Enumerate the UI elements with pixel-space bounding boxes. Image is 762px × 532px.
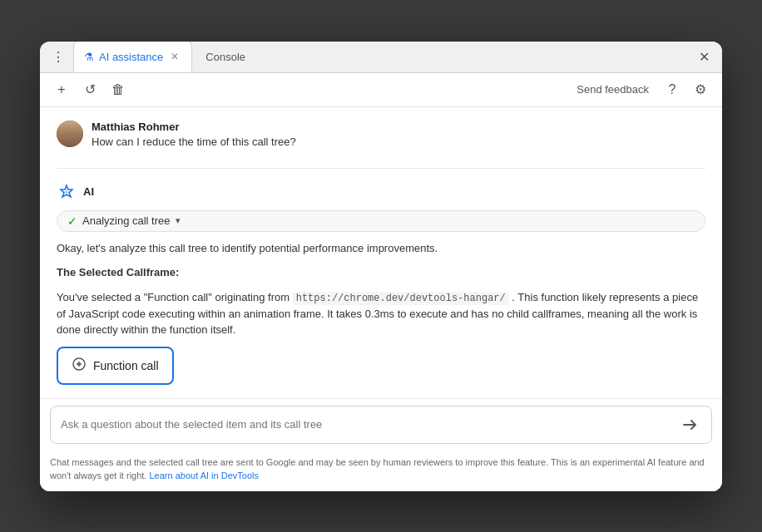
add-icon: + bbox=[57, 82, 65, 97]
footer: Chat messages and the selected call tree… bbox=[40, 451, 722, 491]
settings-button[interactable]: ⚙ bbox=[689, 78, 712, 101]
toolbar: + ↺ 🗑 Send feedback ? ⚙ bbox=[40, 73, 722, 107]
ai-body-prefix: You've selected a "Function call" origin… bbox=[57, 291, 289, 303]
delete-icon: 🗑 bbox=[111, 82, 125, 97]
ai-label: AI bbox=[83, 185, 94, 198]
divider bbox=[57, 168, 705, 169]
user-message-content: Matthias Rohmer How can I reduce the tim… bbox=[92, 121, 296, 148]
footer-link[interactable]: Learn about AI in DevTools bbox=[150, 470, 259, 480]
help-icon: ? bbox=[669, 82, 676, 97]
send-feedback-button[interactable]: Send feedback bbox=[570, 80, 656, 99]
avatar bbox=[57, 121, 83, 147]
devtools-window: ⋮ ⚗ AI assistance ✕ Console ✕ + ↺ 🗑 Send… bbox=[40, 42, 722, 491]
input-wrapper bbox=[50, 406, 712, 444]
delete-button[interactable]: 🗑 bbox=[106, 78, 130, 101]
chevron-down-icon: ▾ bbox=[176, 215, 181, 226]
ai-message: AI ✓ Analyzing call tree ▾ Okay, let's a… bbox=[57, 182, 705, 385]
chat-area: Matthias Rohmer How can I reduce the tim… bbox=[40, 107, 722, 398]
window-close-button[interactable]: ✕ bbox=[692, 45, 715, 68]
user-name: Matthias Rohmer bbox=[92, 121, 296, 133]
ai-intro-text: Okay, let's analyze this call tree to id… bbox=[57, 240, 705, 257]
user-message: Matthias Rohmer How can I reduce the tim… bbox=[57, 121, 705, 148]
analyzing-badge[interactable]: ✓ Analyzing call tree ▾ bbox=[57, 210, 705, 232]
help-button[interactable]: ? bbox=[661, 78, 684, 101]
add-button[interactable]: + bbox=[50, 78, 73, 101]
history-icon: ↺ bbox=[85, 81, 96, 97]
menu-icon[interactable]: ⋮ bbox=[47, 46, 70, 68]
tab-console-label: Console bbox=[205, 51, 245, 63]
function-call-card[interactable]: Function call bbox=[57, 347, 174, 385]
history-button[interactable]: ↺ bbox=[78, 78, 101, 101]
ai-section-title: The Selected Callframe: bbox=[57, 264, 705, 281]
tab-ai-assistance[interactable]: ⚗ AI assistance ✕ bbox=[73, 42, 192, 73]
check-icon: ✓ bbox=[67, 214, 77, 228]
tab-ai-assistance-label: AI assistance bbox=[99, 51, 163, 63]
ai-url: https://chrome.dev/devtools-hangar/ bbox=[293, 292, 509, 305]
settings-icon: ⚙ bbox=[695, 81, 706, 97]
user-text: How can I reduce the time of this call t… bbox=[92, 135, 296, 148]
ai-body-text: You've selected a "Function call" origin… bbox=[57, 289, 705, 338]
ai-header: AI bbox=[57, 182, 705, 202]
footer-text: Chat messages and the selected call tree… bbox=[50, 457, 705, 481]
send-button[interactable] bbox=[678, 413, 701, 436]
section-title-bold: The Selected Callframe: bbox=[57, 266, 179, 278]
ai-assistance-icon: ⚗ bbox=[84, 51, 94, 63]
function-call-icon bbox=[72, 357, 87, 375]
input-area bbox=[40, 398, 722, 451]
tab-console[interactable]: Console bbox=[195, 42, 255, 73]
analyzing-label: Analyzing call tree bbox=[82, 214, 171, 227]
ai-label-icon bbox=[57, 182, 77, 202]
function-call-label: Function call bbox=[93, 359, 159, 372]
tab-bar: ⋮ ⚗ AI assistance ✕ Console ✕ bbox=[40, 42, 722, 73]
tab-ai-assistance-close[interactable]: ✕ bbox=[168, 50, 181, 63]
chat-input[interactable] bbox=[61, 418, 671, 431]
